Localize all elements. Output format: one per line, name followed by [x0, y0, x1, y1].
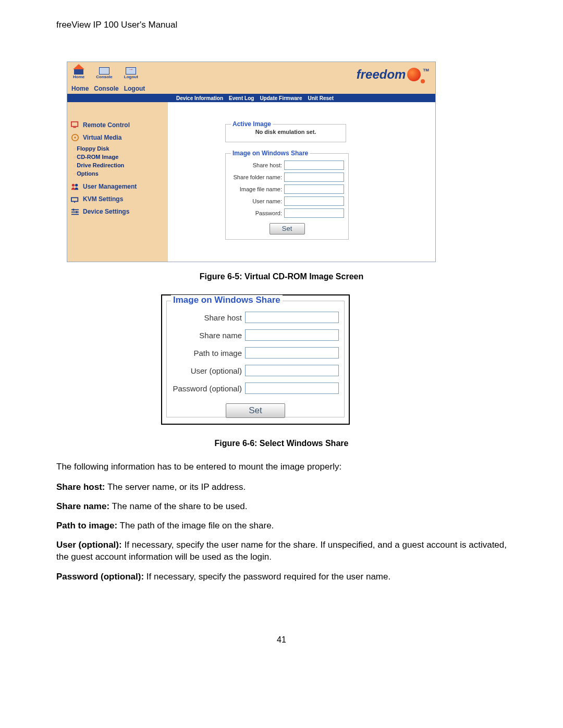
- sidebar: Remote Control Virtual Media Floppy Disk…: [67, 102, 168, 262]
- input-share-host[interactable]: [284, 161, 344, 170]
- text-share-name: The name of the share to be used.: [109, 501, 247, 511]
- brand-text: freedom: [357, 67, 406, 82]
- label-image-file-name: Image file name:: [240, 186, 282, 192]
- text-share-host: The server name, or its IP address.: [105, 482, 246, 492]
- input-user-optional[interactable]: [245, 365, 339, 376]
- paragraph-user-optional: User (optional): If necessary, specify t…: [56, 539, 507, 563]
- sidebar-item-user-management[interactable]: User Management: [70, 182, 166, 191]
- label-share-host: Share host: [204, 313, 242, 322]
- svg-rect-12: [76, 211, 78, 213]
- page-number: 41: [0, 635, 563, 645]
- blue-tab-bar: Device Information Event Log Update Firm…: [67, 94, 435, 102]
- sidebar-item-device-settings[interactable]: Device Settings: [70, 207, 166, 216]
- monitor-icon: [70, 121, 80, 129]
- input-path-to-image[interactable]: [245, 347, 339, 359]
- label-user-optional: User (optional): [191, 366, 242, 375]
- input-user-name[interactable]: [284, 196, 344, 206]
- brand-logo: freedom TM: [357, 67, 429, 82]
- logout-icon[interactable]: Logout: [124, 67, 138, 79]
- disc-icon: [70, 133, 80, 142]
- svg-rect-1: [73, 127, 76, 128]
- sidebar-item-label: KVM Settings: [83, 195, 123, 203]
- set-button[interactable]: Set: [270, 223, 305, 235]
- toolbar-text-row: Home Console Logout: [71, 85, 145, 92]
- label-password: Password:: [255, 210, 282, 216]
- svg-point-5: [75, 184, 78, 187]
- svg-rect-0: [71, 122, 78, 127]
- logout-icon-label: Logout: [124, 75, 138, 79]
- svg-point-4: [72, 184, 75, 187]
- figure-6-5-screenshot: Home Console Logout Home Console Logout …: [67, 61, 436, 262]
- bold-share-host: Share host:: [56, 482, 105, 492]
- bold-share-name: Share name:: [56, 501, 109, 511]
- sidebar-item-label: User Management: [83, 183, 137, 190]
- tab-event-log[interactable]: Event Log: [229, 95, 254, 101]
- label-path-to-image: Path to image: [193, 349, 242, 357]
- input-share-host[interactable]: [245, 312, 339, 323]
- sidebar-item-virtual-media[interactable]: Virtual Media: [70, 133, 166, 142]
- caption-fig-6-5: Figure 6-5: Virtual CD-ROM Image Screen: [0, 272, 563, 281]
- legend-active-image: Active Image: [231, 120, 273, 128]
- brand-tm: TM: [423, 68, 429, 72]
- kvm-icon: [70, 195, 80, 203]
- toolbar-text-home: Home: [71, 85, 89, 92]
- svg-rect-6: [71, 198, 78, 201]
- sidebar-item-remote-control[interactable]: Remote Control: [70, 121, 166, 129]
- users-icon: [70, 182, 80, 191]
- tab-update-firmware[interactable]: Update Firmware: [260, 95, 302, 101]
- sidebar-item-label: Virtual Media: [83, 134, 121, 141]
- bold-user-optional: User (optional):: [56, 540, 122, 550]
- text-password-optional: If necessary, specify the password requi…: [144, 572, 390, 582]
- sidebar-sub-cdrom-image[interactable]: CD-ROM Image: [74, 153, 166, 162]
- home-icon[interactable]: Home: [73, 65, 84, 79]
- input-password[interactable]: [284, 208, 344, 218]
- toolbar-text-console: Console: [94, 85, 118, 92]
- bold-password-optional: Password (optional):: [56, 572, 144, 582]
- sidebar-item-label: Device Settings: [83, 208, 129, 215]
- set-button[interactable]: Set: [226, 403, 285, 418]
- fieldset-active-image: Active Image No disk emulation set.: [225, 124, 346, 142]
- fieldset-windows-share-small: Image on Windows Share Share host: Share…: [225, 153, 349, 240]
- legend-windows-share-small: Image on Windows Share: [231, 150, 310, 157]
- paragraph-intro: The following information has to be ente…: [56, 461, 507, 473]
- app-toolbar: Home Console Logout Home Console Logout …: [67, 62, 435, 94]
- svg-rect-11: [73, 209, 75, 211]
- input-image-file-name[interactable]: [284, 184, 344, 194]
- brand-ball-icon: [407, 68, 421, 81]
- tab-device-information[interactable]: Device Information: [176, 95, 223, 101]
- console-icon-label: Console: [96, 75, 113, 79]
- label-password-optional: Password (optional): [173, 384, 242, 393]
- sidebar-sub-floppy-disk[interactable]: Floppy Disk: [74, 145, 166, 153]
- toolbar-icons: Home Console Logout: [73, 65, 138, 79]
- fieldset-windows-share-large: Image on Windows Share Share host Share …: [166, 301, 345, 417]
- text-user-optional: If necessary, specify the user name for …: [56, 540, 507, 562]
- input-share-name[interactable]: [245, 329, 339, 341]
- figure-6-6-screenshot: Image on Windows Share Share host Share …: [161, 294, 350, 425]
- content-panel: Active Image No disk emulation set. Imag…: [168, 102, 435, 262]
- bold-path-to-image: Path to image:: [56, 521, 117, 530]
- toolbar-text-logout: Logout: [124, 85, 145, 92]
- label-share-folder-name: Share folder name:: [233, 174, 282, 180]
- paragraph-share-host: Share host: The server name, or its IP a…: [56, 482, 507, 493]
- input-share-folder-name[interactable]: [284, 172, 344, 182]
- paragraph-password-optional: Password (optional): If necessary, speci…: [56, 571, 507, 583]
- sidebar-sub-options[interactable]: Options: [74, 170, 166, 178]
- main-area: Remote Control Virtual Media Floppy Disk…: [67, 102, 435, 262]
- svg-point-3: [74, 137, 76, 139]
- console-icon[interactable]: Console: [96, 67, 113, 79]
- home-icon-label: Home: [73, 75, 84, 79]
- sidebar-item-label: Remote Control: [83, 121, 130, 129]
- input-password-optional[interactable]: [245, 382, 339, 394]
- sidebar-sub-drive-redirection[interactable]: Drive Redirection: [74, 162, 166, 170]
- doc-header: freeView IP 100 User's Manual: [56, 20, 177, 30]
- label-user-name: User name:: [252, 198, 282, 204]
- label-share-name: Share name: [199, 331, 242, 340]
- tab-unit-reset[interactable]: Unit Reset: [308, 95, 334, 101]
- paragraph-share-name: Share name: The name of the share to be …: [56, 501, 507, 513]
- sliders-icon: [70, 207, 80, 216]
- text-path-to-image: The path of the image file on the share.: [117, 521, 274, 530]
- legend-windows-share-large: Image on Windows Share: [171, 295, 283, 305]
- paragraph-path-to-image: Path to image: The path of the image fil…: [56, 520, 507, 532]
- label-share-host: Share host:: [253, 162, 282, 168]
- sidebar-item-kvm-settings[interactable]: KVM Settings: [70, 195, 166, 203]
